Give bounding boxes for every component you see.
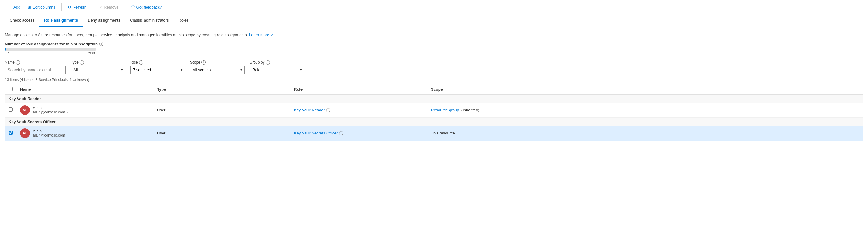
table-row: AL Alain alain@contoso.com User	[5, 103, 863, 118]
row1-role-cell: Key Vault Reader i	[290, 103, 427, 118]
filter-scope-group: Scope i All scopes This resource Inherit…	[190, 60, 245, 74]
remove-label: Remove	[104, 5, 118, 9]
add-button[interactable]: ＋ Add	[5, 2, 24, 11]
select-all-checkbox[interactable]	[8, 87, 13, 91]
role-col-header: Role	[290, 84, 427, 95]
filter-role-group: Role i 7 selected	[130, 60, 185, 74]
filter-groupby-wrapper: Role Type Scope	[250, 66, 304, 74]
user-email: alain@contoso.com	[33, 133, 65, 137]
filter-groupby-label: Group by	[250, 60, 265, 65]
subscription-count-title: Number of role assignments for this subs…	[5, 42, 863, 46]
scope-col-header: Scope	[427, 84, 863, 95]
filter-name-group: Name i	[5, 60, 66, 74]
scope-filter-select[interactable]: All scopes This resource Inherited	[190, 66, 245, 74]
name-filter-input[interactable]	[5, 66, 66, 74]
row2-checkbox[interactable]	[8, 131, 13, 135]
filter-role-label: Role	[130, 60, 138, 65]
group-row-key-vault-secrets-officer: Key Vault Secrets Officer	[5, 118, 863, 126]
scope-inherited: (Inherited)	[460, 108, 479, 112]
tab-deny-assignments[interactable]: Deny assignments	[83, 14, 125, 27]
progress-labels: 17 2000	[5, 51, 96, 55]
remove-icon: ✕	[99, 5, 102, 9]
plus-icon: ＋	[8, 4, 12, 10]
add-label: Add	[13, 5, 21, 9]
progress-bar-container: 17 2000	[5, 48, 863, 55]
refresh-icon: ↻	[68, 5, 71, 9]
filter-name-label: Name	[5, 60, 14, 65]
scope-link[interactable]: Resource group	[431, 108, 460, 112]
tab-classic-administrators[interactable]: Classic administrators	[125, 14, 174, 27]
divider-1	[61, 3, 62, 11]
edit-columns-label: Edit columns	[33, 5, 55, 9]
row2-type-cell: User	[153, 126, 290, 141]
row2-scope-cell: This resource	[427, 126, 863, 141]
tab-check-access[interactable]: Check access	[5, 14, 39, 27]
description-text: Manage access to Azure resources for use…	[5, 32, 863, 38]
edit-columns-button[interactable]: ⊞ Edit columns	[25, 3, 58, 11]
user-email: alain@contoso.com	[33, 110, 70, 115]
tab-bar: Check access Role assignments Deny assig…	[0, 14, 868, 27]
scope-text: This resource	[431, 131, 455, 135]
row1-scope-cell: Resource group (Inherited)	[427, 103, 863, 118]
refresh-button[interactable]: ↻ Refresh	[65, 3, 90, 11]
progress-fill	[5, 48, 6, 51]
type-filter-select[interactable]: All User Group Service Principal Managed…	[71, 66, 125, 74]
role-info-icon[interactable]: i	[339, 131, 343, 135]
feedback-button[interactable]: ♡ Got feedback?	[128, 3, 165, 11]
groupby-filter-select[interactable]: Role Type Scope	[250, 66, 304, 74]
row2-checkbox-cell	[5, 126, 17, 141]
role-filter-select[interactable]: 7 selected	[130, 66, 185, 74]
divider-3	[125, 3, 125, 11]
filter-role-wrapper: 7 selected	[130, 66, 185, 74]
columns-icon: ⊞	[28, 5, 31, 9]
progress-track	[5, 48, 96, 51]
table-row: AL Alain alain@contoso.com User Key Vaul…	[5, 126, 863, 141]
progress-current: 17	[5, 51, 9, 55]
row1-checkbox-cell	[5, 103, 17, 118]
filter-scope-label: Scope	[190, 60, 200, 65]
filter-type-wrapper: All User Group Service Principal Managed…	[71, 66, 125, 74]
type-col-header: Type	[153, 84, 290, 95]
filter-groupby-info-icon[interactable]: i	[266, 60, 270, 65]
dot-indicator	[67, 112, 68, 114]
row2-name-cell: AL Alain alain@contoso.com	[17, 126, 153, 141]
avatar: AL	[20, 128, 30, 138]
row1-checkbox[interactable]	[8, 107, 13, 112]
refresh-label: Refresh	[73, 5, 87, 9]
filter-scope-wrapper: All scopes This resource Inherited	[190, 66, 245, 74]
tab-roles[interactable]: Roles	[174, 14, 193, 27]
select-all-col	[5, 84, 17, 95]
filter-type-info-icon[interactable]: i	[80, 60, 84, 65]
subscription-info-icon[interactable]: i	[99, 42, 103, 46]
row1-name-cell: AL Alain alain@contoso.com	[17, 103, 153, 118]
learn-more-link[interactable]: Learn more ↗	[249, 33, 274, 37]
role-link[interactable]: Key Vault Secrets Officer i	[294, 131, 424, 135]
table-body: Key Vault Reader AL Alain alai	[5, 94, 863, 140]
remove-button[interactable]: ✕ Remove	[96, 3, 121, 11]
name-col-header: Name	[17, 84, 153, 95]
progress-max: 2000	[88, 51, 96, 55]
filters-bar: Name i Type i All User Group Service Pri…	[5, 60, 863, 74]
role-info-icon[interactable]: i	[326, 108, 330, 112]
filter-role-info-icon[interactable]: i	[139, 60, 143, 65]
row1-type-cell: User	[153, 103, 290, 118]
assignments-table: Name Type Role Scope Key Vault Reader	[5, 84, 863, 141]
group-row-key-vault-reader: Key Vault Reader	[5, 94, 863, 103]
main-content: Manage access to Azure resources for use…	[0, 27, 868, 146]
filter-name-info-icon[interactable]: i	[16, 60, 20, 65]
avatar: AL	[20, 105, 30, 115]
feedback-label: Got feedback?	[136, 5, 162, 9]
tab-role-assignments[interactable]: Role assignments	[39, 14, 83, 27]
row2-role-cell: Key Vault Secrets Officer i	[290, 126, 427, 141]
table-header: Name Type Role Scope	[5, 84, 863, 95]
user-name: Alain	[33, 129, 65, 133]
user-name: Alain	[33, 106, 70, 110]
heart-icon: ♡	[131, 5, 135, 9]
role-link[interactable]: Key Vault Reader i	[294, 108, 424, 112]
toolbar: ＋ Add ⊞ Edit columns ↻ Refresh ✕ Remove …	[0, 0, 868, 14]
filter-groupby-group: Group by i Role Type Scope	[250, 60, 304, 74]
filter-scope-info-icon[interactable]: i	[202, 60, 206, 65]
filter-type-label: Type	[71, 60, 79, 65]
filter-type-group: Type i All User Group Service Principal …	[71, 60, 125, 74]
items-count: 13 items (4 Users, 8 Service Principals,…	[5, 77, 863, 82]
